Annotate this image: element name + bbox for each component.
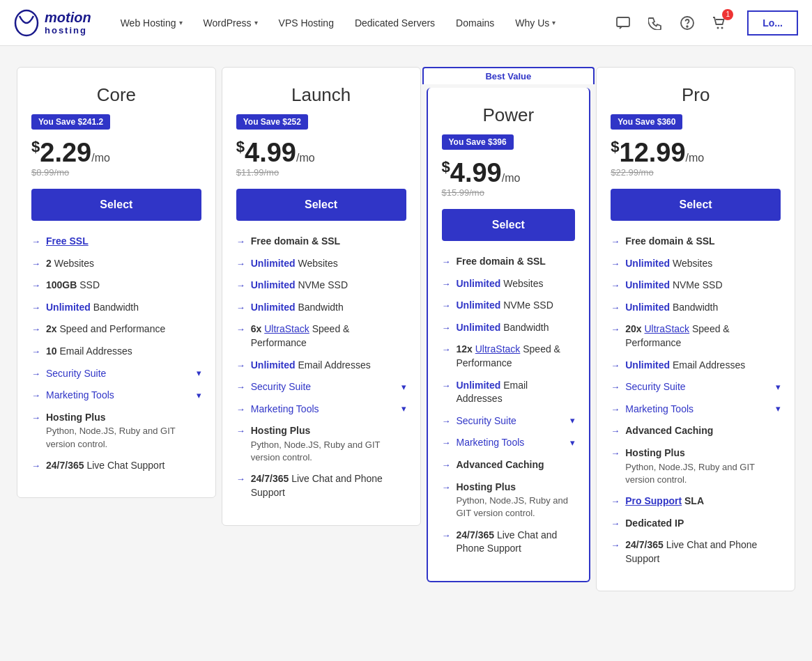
plan-pro-features: → Free domain & SSL → Unlimited Websites… — [611, 235, 781, 566]
arrow-icon: → — [611, 447, 620, 460]
list-item[interactable]: → Security Suite ▾ — [442, 414, 576, 428]
list-item[interactable]: → Marketing Tools ▾ — [442, 436, 576, 450]
arrow-icon: → — [611, 403, 620, 416]
chevron-down-icon: ▾ — [197, 367, 201, 380]
list-item: → 2 Websites — [31, 257, 201, 271]
phone-icon[interactable] — [644, 12, 666, 34]
arrow-icon: → — [611, 279, 620, 292]
arrow-icon: → — [442, 343, 451, 356]
list-item: → Hosting Plus Python, Node.JS, Ruby and… — [236, 424, 406, 464]
chevron-down-icon: ▾ — [197, 389, 201, 402]
pricing-section: Core You Save $241.2 $2.29/mo $8.99/mo S… — [0, 46, 812, 619]
list-item: → 100GB SSD — [31, 279, 201, 293]
list-item[interactable]: → Marketing Tools ▾ — [31, 389, 201, 403]
plan-core-original-price: $8.99/mo — [31, 167, 201, 178]
list-item: → 24/7/365 Live Chat Support — [31, 459, 201, 473]
arrow-icon: → — [236, 302, 245, 314]
svg-point-4 — [717, 26, 719, 29]
list-item: → Free domain & SSL — [442, 255, 576, 269]
plans-grid: Core You Save $241.2 $2.29/mo $8.99/mo S… — [14, 67, 798, 591]
plan-launch: Launch You Save $252 $4.99/mo $11.99/mo … — [222, 67, 421, 526]
list-item[interactable]: → Security Suite ▾ — [31, 367, 201, 381]
plan-launch-original-price: $11.99/mo — [236, 167, 406, 178]
arrow-icon: → — [611, 235, 620, 248]
cart-count: 1 — [722, 9, 733, 20]
help-icon[interactable] — [676, 12, 698, 34]
list-item: → Advanced Caching — [442, 458, 576, 472]
arrow-icon: → — [236, 425, 245, 437]
list-item: → Unlimited Websites — [611, 257, 781, 271]
arrow-icon: → — [611, 302, 620, 314]
chat-icon[interactable] — [612, 12, 634, 34]
plan-core-savings: You Save $241.2 — [31, 114, 110, 130]
logo[interactable]: motion hosting — [14, 9, 91, 37]
nav-icons: 1 Lo... — [612, 10, 798, 36]
list-item: → Free domain & SSL — [611, 235, 781, 249]
list-item: → Free domain & SSL — [236, 235, 406, 249]
list-item[interactable]: → Marketing Tools ▾ — [236, 403, 406, 417]
plan-power-original-price: $15.99/mo — [442, 187, 576, 198]
arrow-icon: → — [611, 258, 620, 270]
arrow-icon: → — [442, 278, 451, 290]
svg-point-5 — [721, 26, 723, 29]
arrow-icon: → — [611, 323, 620, 336]
list-item: → Unlimited Websites — [442, 277, 576, 291]
list-item: → Unlimited Websites — [236, 257, 406, 271]
list-item: → Free SSL — [31, 235, 201, 249]
chevron-down-icon: ▾ — [254, 19, 258, 26]
chevron-down-icon: ▾ — [552, 19, 556, 26]
plan-core-price: $2.29/mo $8.99/mo — [31, 139, 201, 178]
plan-power-select-button[interactable]: Select — [442, 209, 576, 241]
arrow-icon: → — [31, 235, 40, 248]
arrow-icon: → — [31, 460, 40, 472]
arrow-icon: → — [31, 302, 40, 314]
plan-core: Core You Save $241.2 $2.29/mo $8.99/mo S… — [17, 67, 216, 498]
nav-domains[interactable]: Domains — [447, 12, 503, 34]
list-item: → Dedicated IP — [611, 517, 781, 531]
arrow-icon: → — [442, 322, 451, 334]
arrow-icon: → — [236, 473, 245, 485]
arrow-icon: → — [31, 345, 40, 358]
list-item[interactable]: → Security Suite ▾ — [611, 380, 781, 394]
plan-pro-select-button[interactable]: Select — [611, 189, 781, 221]
arrow-icon: → — [31, 412, 40, 424]
chevron-down-icon: ▾ — [570, 437, 575, 449]
chevron-down-icon: ▾ — [570, 414, 575, 427]
list-item: → Hosting Plus Python, Node.JS, Ruby and… — [442, 481, 576, 520]
arrow-icon: → — [236, 258, 245, 270]
nav-why-us[interactable]: Why Us ▾ — [507, 12, 564, 34]
list-item: → Advanced Caching — [611, 424, 781, 438]
arrow-icon: → — [442, 437, 451, 449]
plan-power-savings: You Save $396 — [442, 134, 514, 150]
list-item: → 6x UltraStack Speed & Performance — [236, 322, 406, 350]
plan-launch-name: Launch — [236, 84, 406, 106]
nav-vps-hosting[interactable]: VPS Hosting — [270, 12, 342, 34]
list-item: → 24/7/365 Live Chat and Phone Support — [442, 529, 576, 556]
list-item: → Unlimited Email Addresses — [236, 359, 406, 373]
nav-wordpress[interactable]: WordPress ▾ — [195, 12, 266, 34]
list-item: → 20x UltraStack Speed & Performance — [611, 322, 781, 350]
arrow-icon: → — [442, 380, 451, 392]
list-item: → Unlimited Bandwidth — [31, 301, 201, 315]
plan-power-features: → Free domain & SSL → Unlimited Websites… — [442, 255, 576, 556]
nav-web-hosting[interactable]: Web Hosting ▾ — [112, 12, 191, 34]
plan-core-name: Core — [31, 84, 201, 106]
nav-dedicated-servers[interactable]: Dedicated Servers — [346, 12, 443, 34]
arrow-icon: → — [442, 300, 451, 312]
arrow-icon: → — [31, 279, 40, 292]
cart-icon[interactable]: 1 — [708, 12, 730, 34]
list-item: → 12x UltraStack Speed & Performance — [442, 343, 576, 370]
plan-launch-select-button[interactable]: Select — [236, 189, 406, 221]
chevron-down-icon: ▾ — [776, 403, 781, 415]
login-button[interactable]: Lo... — [747, 10, 798, 36]
plan-core-select-button[interactable]: Select — [31, 189, 201, 221]
list-item[interactable]: → Marketing Tools ▾ — [611, 403, 781, 417]
arrow-icon: → — [442, 481, 451, 494]
arrow-icon: → — [611, 381, 620, 394]
plan-core-features: → Free SSL → 2 Websites → 100GB SSD → Un… — [31, 235, 201, 472]
list-item[interactable]: → Security Suite ▾ — [236, 380, 406, 394]
chevron-down-icon: ▾ — [776, 381, 781, 394]
chevron-down-icon: ▾ — [401, 381, 406, 394]
arrow-icon: → — [31, 368, 40, 380]
list-item: → 24/7/365 Live Chat and Phone Support — [236, 472, 406, 499]
